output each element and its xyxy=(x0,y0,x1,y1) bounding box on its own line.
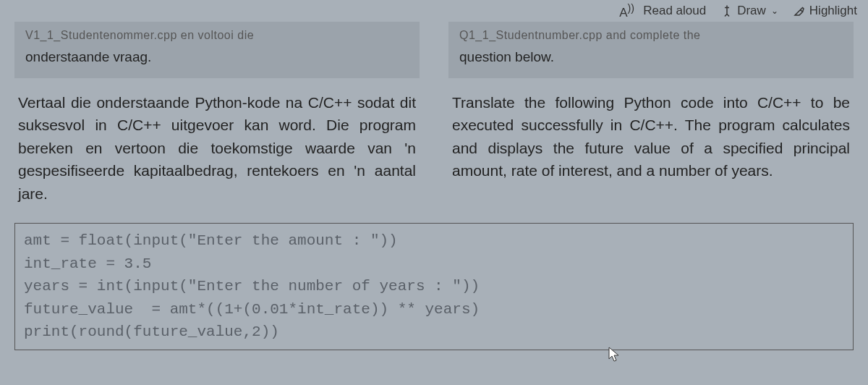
pdf-toolbar: Read aloud A)) Draw ⌄ Highlight xyxy=(632,0,868,22)
highlight-label: Highlight xyxy=(809,4,857,18)
right-column: Q1_1_Studentnumber.cpp and complete the … xyxy=(434,22,868,205)
right-intro-text: question below. xyxy=(459,48,843,67)
right-question-text: Translate the following Python code into… xyxy=(448,91,854,182)
right-file-line: Q1_1_Studentnumber.cpp and complete the xyxy=(459,28,843,43)
draw-label: Draw xyxy=(737,4,766,18)
chevron-down-icon: ⌄ xyxy=(771,6,778,16)
pen-icon xyxy=(720,4,733,17)
left-file-line: V1_1_Studentenommer.cpp en voltooi die xyxy=(25,28,409,43)
code-block: amt = float(input("Enter the amount : ")… xyxy=(14,223,854,350)
left-intro-section: V1_1_Studentenommer.cpp en voltooi die o… xyxy=(14,22,420,78)
left-intro-text: onderstaande vraag. xyxy=(25,48,409,67)
left-question-text: Vertaal die onderstaande Python-kode na … xyxy=(14,91,420,206)
read-aloud-label: Read aloud xyxy=(643,4,706,18)
right-intro-section: Q1_1_Studentnumber.cpp and complete the … xyxy=(448,22,854,78)
draw-button[interactable]: Draw ⌄ xyxy=(720,4,778,18)
left-column: V1_1_Studentenommer.cpp en voltooi die o… xyxy=(0,22,434,205)
read-aloud-button[interactable]: Read aloud A)) xyxy=(643,4,706,18)
read-aloud-prefix: A)) xyxy=(619,2,634,20)
highlighter-icon xyxy=(793,4,806,17)
content-wrapper: V1_1_Studentenommer.cpp en voltooi die o… xyxy=(0,0,868,205)
highlight-button[interactable]: Highlight xyxy=(793,4,857,18)
